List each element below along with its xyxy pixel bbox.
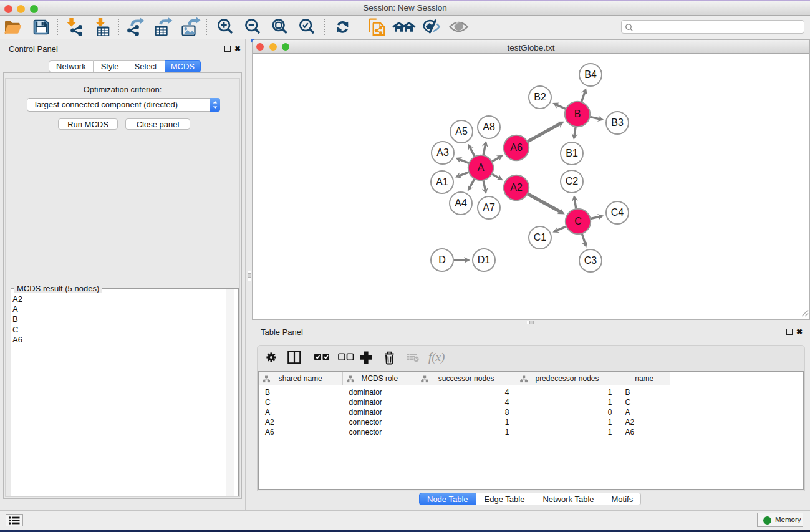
svg-text:D1: D1 (478, 254, 491, 265)
svg-text:A8: A8 (483, 122, 495, 132)
svg-text:A4: A4 (455, 198, 467, 208)
svg-text:A5: A5 (455, 126, 468, 137)
svg-text:C: C (574, 216, 582, 226)
svg-text:A6: A6 (510, 142, 523, 153)
svg-text:A3: A3 (436, 147, 449, 158)
svg-text:C4: C4 (611, 207, 624, 218)
svg-text:A7: A7 (483, 202, 495, 213)
svg-text:C3: C3 (584, 255, 597, 266)
svg-text:A2: A2 (510, 182, 523, 193)
svg-text:B2: B2 (534, 92, 546, 102)
svg-text:B1: B1 (566, 148, 578, 158)
svg-text:A: A (478, 162, 485, 173)
svg-text:B3: B3 (611, 117, 624, 128)
svg-text:D: D (438, 254, 446, 265)
svg-text:B: B (574, 109, 581, 119)
svg-text:C1: C1 (534, 232, 547, 243)
svg-text:A1: A1 (436, 177, 448, 187)
svg-text:f(x): f(x) (428, 351, 445, 364)
svg-text:B4: B4 (584, 69, 597, 80)
svg-text:C2: C2 (566, 176, 579, 186)
